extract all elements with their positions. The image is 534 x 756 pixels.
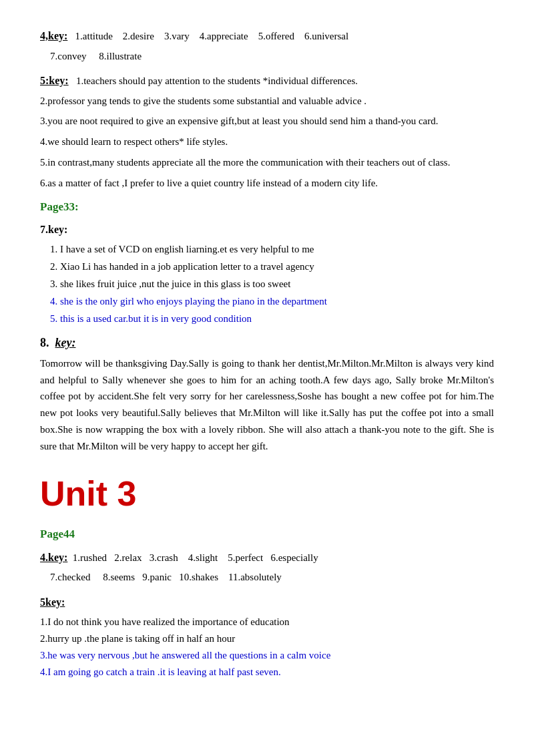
5key-item5: 5.in contrast,many students appreciate a… — [40, 154, 494, 171]
8key-paragraph: Tomorrow will be thanksgiving Day.Sally … — [40, 355, 494, 455]
list-item: I have a set of VCD on english liarning.… — [60, 241, 494, 257]
section-4key: 4,key: 1.attitude 2.desire 3.vary 4.appr… — [40, 27, 494, 65]
8key-label-key: key: — [55, 336, 76, 349]
8key-label: 8. key: — [40, 333, 494, 353]
5key-item3: 3.you are noot required to give an expen… — [40, 113, 494, 130]
list-item: this is a used car.but it is in very goo… — [60, 311, 494, 327]
section-5key2: 5key: 1.I do not think you have realized… — [40, 593, 494, 681]
list-item: 1.I do not think you have realized the i… — [40, 614, 494, 630]
section-8key: 8. key: Tomorrow will be thanksgiving Da… — [40, 333, 494, 454]
list-item: 4.I am going go catch a train .it is lea… — [40, 664, 494, 680]
4key2-answers-line1: 1.rushed 2.relax 3.crash 4.slight 5.perf… — [70, 552, 318, 563]
list-item: she likes fruit juice ,nut the juice in … — [60, 276, 494, 292]
unit3-title: Unit 3 — [40, 466, 494, 522]
5key-heading-row: 5:key: 1.teachers should pay attention t… — [40, 71, 494, 90]
5key-item4: 4.we should learn to respect others* lif… — [40, 134, 494, 150]
section-5key: 5:key: 1.teachers should pay attention t… — [40, 71, 494, 191]
4key2-row1: 4.key: 1.rushed 2.relax 3.crash 4.slight… — [40, 548, 494, 567]
4key-answers-line1: 1.attitude 2.desire 3.vary 4.appreciate … — [70, 31, 348, 41]
5key2-label: 5key: — [40, 593, 65, 611]
4key-row2: 7.convey 8.illustrate — [40, 48, 494, 65]
section-7key: 7.key: I have a set of VCD on english li… — [40, 221, 494, 327]
5key-item6: 6.as a matter of fact ,I prefer to live … — [40, 175, 494, 192]
7key-list: I have a set of VCD on english liarning.… — [40, 241, 494, 327]
4key-row1: 4,key: 1.attitude 2.desire 3.vary 4.appr… — [40, 27, 494, 45]
4key-label: 4,key: — [40, 27, 67, 45]
5key-intro: 1.teachers should pay attention to the s… — [71, 75, 358, 86]
page44-heading: Page44 — [40, 525, 494, 543]
list-item: she is the only girl who enjoys playing … — [60, 293, 494, 309]
5key-item2: 2.professor yang tends to give the stude… — [40, 93, 494, 110]
7key-label: 7.key: — [40, 221, 494, 238]
5key2-heading-row: 5key: — [40, 593, 494, 612]
page33-heading: Page33: — [40, 198, 494, 216]
4key2-label: 4.key: — [40, 548, 67, 566]
list-item: 2.hurry up .the plane is taking off in h… — [40, 630, 494, 646]
5key-label: 5:key: — [40, 71, 69, 89]
section-4key2: 4.key: 1.rushed 2.relax 3.crash 4.slight… — [40, 548, 494, 586]
list-item: Xiao Li has handed in a job application … — [60, 258, 494, 274]
list-item: 3.he was very nervous ,but he answered a… — [40, 647, 494, 663]
5key2-list: 1.I do not think you have realized the i… — [40, 614, 494, 680]
4key2-row2: 7.checked 8.seems 9.panic 10.shakes 11.a… — [40, 569, 494, 586]
